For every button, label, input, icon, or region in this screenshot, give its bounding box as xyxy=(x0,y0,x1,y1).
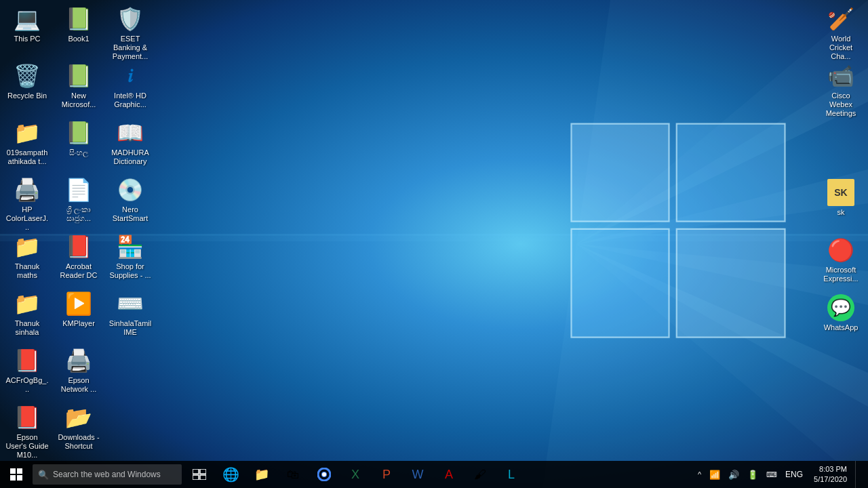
icon-nero[interactable]: 💿 Nero StartSmart xyxy=(106,174,155,226)
icon-shop-supplies[interactable]: 🏪 Shop for Supplies - ... xyxy=(106,230,155,283)
svg-point-24 xyxy=(322,472,326,476)
icon-hp-color[interactable]: 🖨️ HP ColorLaserJ... xyxy=(3,174,52,235)
powerpoint-icon: P xyxy=(382,468,391,482)
svg-rect-16 xyxy=(10,475,16,481)
icon-sinhala-tamil-ime[interactable]: ⌨️ SinhalaTamil IME xyxy=(106,287,155,340)
keyboard-icon: ⌨ xyxy=(766,470,777,479)
taskbar-app-unknown[interactable]: L xyxy=(496,461,526,488)
icon-downloads-shortcut[interactable]: 📂 Downloads - Shortcut xyxy=(54,401,103,453)
icon-whatsapp[interactable]: 💬 WhatsApp xyxy=(816,291,865,335)
icon-cisco-webex[interactable]: 📹 Cisco Webex Meetings xyxy=(816,60,865,121)
taskbar-powerpoint[interactable]: P xyxy=(372,461,401,488)
icon-world-cricket[interactable]: 🏏 World Cricket Cha... xyxy=(816,3,865,64)
icon-epson-network[interactable]: 🖨️ Epson Network ... xyxy=(54,344,103,396)
icon-epson-guide[interactable]: 📕 Epson User's Guide M10... xyxy=(3,401,52,463)
icon-019sampath[interactable]: 📁 019sampath athikada t... xyxy=(3,117,52,169)
icon-this-pc[interactable]: 💻 This PC xyxy=(3,3,52,46)
task-view-icon xyxy=(193,469,206,480)
tray-clock[interactable]: 8:03 PM 5/17/2020 xyxy=(808,464,852,485)
explorer-icon: 📁 xyxy=(254,467,269,482)
taskbar-tray: ^ 📶 🔊 🔋 ⌨ ENG 8:03 PM 5/17/2020 xyxy=(690,461,868,488)
taskbar-apps: 🌐 📁 🛍 X P W xyxy=(184,461,526,488)
acrobat-icon: A xyxy=(445,468,453,482)
icon-eset[interactable]: 🛡️ ESET Banking & Payment... xyxy=(106,3,155,64)
windows-start-icon xyxy=(10,468,22,481)
taskbar-paint[interactable]: 🖌 xyxy=(465,461,495,488)
taskbar-word[interactable]: W xyxy=(403,461,433,488)
language-label: ENG xyxy=(785,470,803,479)
svg-rect-15 xyxy=(17,468,22,474)
battery-icon: 🔋 xyxy=(747,470,758,480)
windows-logo xyxy=(556,108,800,352)
search-icon: 🔍 xyxy=(38,470,49,480)
icon-madhura[interactable]: 📖 MADHURA Dictionary xyxy=(106,117,155,169)
word-icon: W xyxy=(412,468,424,482)
icon-sinhala-doc[interactable]: 📄 ශ්‍රී ලංකා සෘජුග... xyxy=(54,174,103,226)
icon-intel-hd[interactable]: 𝑖 Intel® HD Graphic... xyxy=(106,60,155,112)
chevron-icon: ^ xyxy=(698,470,701,479)
icon-kmplayer[interactable]: ▶️ KMPlayer xyxy=(54,287,103,331)
svg-rect-20 xyxy=(193,475,199,480)
icon-acrobat[interactable]: 📕 Acrobat Reader DC xyxy=(54,230,103,283)
network-icon: 📶 xyxy=(709,470,720,480)
icon-new-microsoft[interactable]: 📗 New Microsof... xyxy=(54,60,103,112)
taskbar-task-view[interactable] xyxy=(184,461,214,488)
icon-thanuk-maths[interactable]: 📁 Thanuk maths xyxy=(3,230,52,283)
svg-rect-18 xyxy=(193,469,199,474)
icon-sk[interactable]: SK sk xyxy=(816,176,865,220)
taskbar-store[interactable]: 🛍 xyxy=(278,461,308,488)
svg-marker-10 xyxy=(572,124,669,222)
tray-battery[interactable]: 🔋 xyxy=(745,461,761,488)
tray-keyboard[interactable]: ⌨ xyxy=(764,461,780,488)
taskbar-explorer[interactable]: 📁 xyxy=(247,461,277,488)
store-icon: 🛍 xyxy=(287,468,299,482)
icon-acfrogbg[interactable]: 📕 ACFrOgBg_... xyxy=(3,344,52,396)
chrome-icon xyxy=(317,468,331,481)
svg-rect-21 xyxy=(200,475,206,480)
search-input[interactable] xyxy=(53,470,175,479)
paint-icon: 🖌 xyxy=(474,468,486,482)
app-icon: L xyxy=(508,468,515,482)
taskbar-excel[interactable]: X xyxy=(340,461,370,488)
tray-date-label: 5/17/2020 xyxy=(814,474,847,485)
tray-chevron[interactable]: ^ xyxy=(695,461,704,488)
tray-language[interactable]: ENG xyxy=(783,461,806,488)
taskbar-edge[interactable]: 🌐 xyxy=(216,461,245,488)
tray-volume[interactable]: 🔊 xyxy=(726,461,742,488)
svg-rect-14 xyxy=(10,468,16,474)
excel-icon: X xyxy=(351,468,359,482)
taskbar-chrome[interactable] xyxy=(309,461,339,488)
taskbar-acrobat[interactable]: A xyxy=(434,461,464,488)
svg-marker-12 xyxy=(572,229,669,338)
icon-thanuk-sinhala[interactable]: 📁 Thanuk sinhala xyxy=(3,287,52,340)
svg-rect-17 xyxy=(17,475,22,481)
desktop-icons-left: 💻 This PC 📗 Book1 🛡️ ESET Banking & Paym… xyxy=(0,0,190,474)
start-button[interactable] xyxy=(0,461,33,488)
svg-marker-13 xyxy=(677,229,785,338)
svg-rect-19 xyxy=(200,469,206,474)
svg-marker-11 xyxy=(677,124,785,222)
desktop: 💻 This PC 📗 Book1 🛡️ ESET Banking & Paym… xyxy=(0,0,868,488)
tray-time-label: 8:03 PM xyxy=(819,464,847,474)
tray-network[interactable]: 📶 xyxy=(707,461,723,488)
show-desktop-button[interactable] xyxy=(855,461,863,488)
icon-microsoft-express[interactable]: 🔴 Microsoft Expressi... xyxy=(816,234,865,286)
volume-icon: 🔊 xyxy=(728,470,739,480)
edge-icon: 🌐 xyxy=(222,466,239,483)
icon-book1[interactable]: 📗 Book1 xyxy=(54,3,103,46)
taskbar-search[interactable]: 🔍 xyxy=(33,464,182,485)
taskbar: 🔍 🌐 📁 🛍 xyxy=(0,461,868,488)
icon-recycle-bin[interactable]: 🗑️ Recycle Bin xyxy=(3,60,52,103)
icon-sinhala[interactable]: 📗 සිංහල xyxy=(54,117,103,160)
